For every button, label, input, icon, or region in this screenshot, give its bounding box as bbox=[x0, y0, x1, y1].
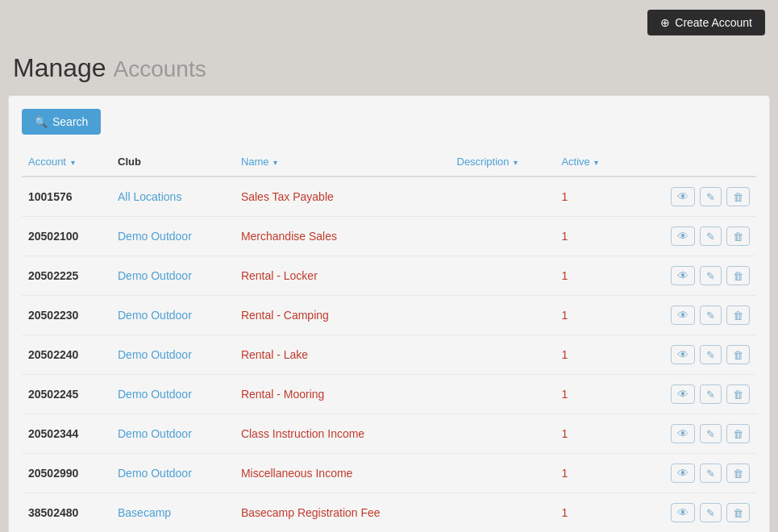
active-value-6: 1 bbox=[561, 427, 568, 440]
account-sort-icon: ▾ bbox=[71, 158, 75, 167]
club-link-6[interactable]: Demo Outdoor bbox=[118, 427, 192, 440]
cell-actions-8: 👁 ✎ 🗑 bbox=[626, 493, 756, 533]
edit-button-3[interactable]: ✎ bbox=[700, 305, 722, 325]
accounts-table: Account ▾ Club Name ▾ Description ▾ Acti… bbox=[22, 148, 756, 532]
search-button[interactable]: 🔍 Search bbox=[22, 109, 101, 135]
delete-button-0[interactable]: 🗑 bbox=[726, 187, 750, 206]
club-link-8[interactable]: Basecamp bbox=[118, 506, 171, 519]
name-link-7[interactable]: Miscellaneous Income bbox=[241, 467, 353, 480]
cell-name-0: Sales Tax Payable bbox=[235, 177, 451, 217]
eye-icon: 👁 bbox=[677, 310, 689, 321]
page-title: Manage Accounts bbox=[13, 53, 765, 83]
cell-club-1: Demo Outdoor bbox=[111, 217, 235, 256]
view-button-4[interactable]: 👁 bbox=[671, 345, 695, 364]
cell-club-6: Demo Outdoor bbox=[111, 414, 235, 454]
eye-icon: 👁 bbox=[677, 191, 689, 202]
search-icon: 🔍 bbox=[35, 116, 48, 128]
col-account[interactable]: Account ▾ bbox=[22, 148, 111, 177]
club-link-1[interactable]: Demo Outdoor bbox=[118, 230, 192, 243]
edit-icon: ✎ bbox=[706, 231, 715, 242]
club-link-4[interactable]: Demo Outdoor bbox=[118, 348, 192, 361]
account-number-7: 20502990 bbox=[28, 467, 78, 480]
delete-button-3[interactable]: 🗑 bbox=[726, 305, 750, 325]
view-button-2[interactable]: 👁 bbox=[671, 266, 695, 285]
view-button-6[interactable]: 👁 bbox=[671, 424, 695, 443]
action-group-2: 👁 ✎ 🗑 bbox=[632, 266, 750, 285]
cell-account-5: 20502245 bbox=[22, 375, 111, 414]
name-link-1[interactable]: Merchandise Sales bbox=[241, 230, 337, 243]
delete-button-1[interactable]: 🗑 bbox=[726, 227, 750, 246]
edit-icon: ✎ bbox=[706, 271, 715, 281]
cell-active-3: 1 bbox=[555, 296, 626, 335]
cell-active-1: 1 bbox=[555, 217, 626, 256]
cell-active-8: 1 bbox=[555, 493, 626, 533]
edit-button-2[interactable]: ✎ bbox=[700, 266, 722, 285]
action-group-4: 👁 ✎ 🗑 bbox=[632, 345, 750, 364]
view-button-1[interactable]: 👁 bbox=[671, 227, 695, 246]
delete-button-5[interactable]: 🗑 bbox=[726, 384, 750, 404]
cell-account-7: 20502990 bbox=[22, 454, 111, 493]
create-account-button[interactable]: ⊕ Create Account bbox=[647, 10, 765, 35]
edit-button-6[interactable]: ✎ bbox=[700, 424, 722, 443]
edit-icon: ✎ bbox=[706, 508, 715, 518]
col-description[interactable]: Description ▾ bbox=[451, 148, 555, 177]
view-button-7[interactable]: 👁 bbox=[671, 463, 695, 483]
trash-icon: 🗑 bbox=[733, 350, 743, 360]
edit-button-8[interactable]: ✎ bbox=[700, 503, 722, 522]
edit-button-0[interactable]: ✎ bbox=[700, 187, 722, 206]
delete-button-7[interactable]: 🗑 bbox=[726, 463, 750, 483]
cell-active-4: 1 bbox=[555, 335, 626, 375]
delete-button-2[interactable]: 🗑 bbox=[726, 266, 750, 285]
edit-button-4[interactable]: ✎ bbox=[700, 345, 722, 364]
edit-button-5[interactable]: ✎ bbox=[700, 384, 722, 404]
edit-button-7[interactable]: ✎ bbox=[700, 463, 722, 483]
cell-actions-3: 👁 ✎ 🗑 bbox=[626, 296, 756, 335]
club-link-3[interactable]: Demo Outdoor bbox=[118, 309, 192, 322]
name-link-4[interactable]: Rental - Lake bbox=[241, 348, 308, 361]
col-name[interactable]: Name ▾ bbox=[235, 148, 451, 177]
eye-icon: 👁 bbox=[677, 349, 689, 360]
view-button-8[interactable]: 👁 bbox=[671, 503, 695, 522]
cell-name-7: Miscellaneous Income bbox=[235, 454, 451, 493]
trash-icon: 🗑 bbox=[733, 192, 743, 202]
table-row: 20502990 Demo Outdoor Miscellaneous Inco… bbox=[22, 454, 756, 493]
action-group-8: 👁 ✎ 🗑 bbox=[632, 503, 750, 522]
name-link-5[interactable]: Rental - Mooring bbox=[241, 388, 325, 401]
action-group-7: 👁 ✎ 🗑 bbox=[632, 463, 750, 483]
cell-club-4: Demo Outdoor bbox=[111, 335, 235, 375]
club-link-7[interactable]: Demo Outdoor bbox=[118, 467, 192, 480]
cell-description-5 bbox=[451, 375, 555, 414]
cell-name-3: Rental - Camping bbox=[235, 296, 451, 335]
cell-description-7 bbox=[451, 454, 555, 493]
name-link-8[interactable]: Basecamp Registration Fee bbox=[241, 506, 381, 519]
cell-account-6: 20502344 bbox=[22, 414, 111, 454]
name-link-3[interactable]: Rental - Camping bbox=[241, 309, 329, 322]
col-actions bbox=[626, 148, 756, 177]
trash-icon: 🗑 bbox=[733, 271, 743, 281]
table-row: 20502225 Demo Outdoor Rental - Locker 1 … bbox=[22, 256, 756, 296]
view-button-0[interactable]: 👁 bbox=[671, 187, 695, 206]
cell-actions-6: 👁 ✎ 🗑 bbox=[626, 414, 756, 454]
trash-icon: 🗑 bbox=[733, 468, 743, 479]
edit-icon: ✎ bbox=[706, 350, 715, 360]
delete-button-4[interactable]: 🗑 bbox=[726, 345, 750, 364]
search-bar: 🔍 Search bbox=[22, 109, 756, 135]
cell-club-2: Demo Outdoor bbox=[111, 256, 235, 296]
edit-button-1[interactable]: ✎ bbox=[700, 227, 722, 246]
cell-club-7: Demo Outdoor bbox=[111, 454, 235, 493]
account-number-1: 20502100 bbox=[28, 230, 78, 243]
club-link-2[interactable]: Demo Outdoor bbox=[118, 269, 192, 282]
view-button-3[interactable]: 👁 bbox=[671, 305, 695, 325]
club-link-5[interactable]: Demo Outdoor bbox=[118, 388, 192, 401]
edit-icon: ✎ bbox=[706, 429, 715, 439]
name-link-2[interactable]: Rental - Locker bbox=[241, 269, 318, 282]
club-link-0[interactable]: All Locations bbox=[118, 190, 181, 203]
name-link-0[interactable]: Sales Tax Payable bbox=[241, 190, 334, 203]
name-link-6[interactable]: Class Instruction Income bbox=[241, 427, 364, 440]
delete-button-8[interactable]: 🗑 bbox=[726, 503, 750, 522]
cell-club-3: Demo Outdoor bbox=[111, 296, 235, 335]
cell-name-4: Rental - Lake bbox=[235, 335, 451, 375]
col-active[interactable]: Active ▾ bbox=[555, 148, 626, 177]
delete-button-6[interactable]: 🗑 bbox=[726, 424, 750, 443]
view-button-5[interactable]: 👁 bbox=[671, 384, 695, 404]
